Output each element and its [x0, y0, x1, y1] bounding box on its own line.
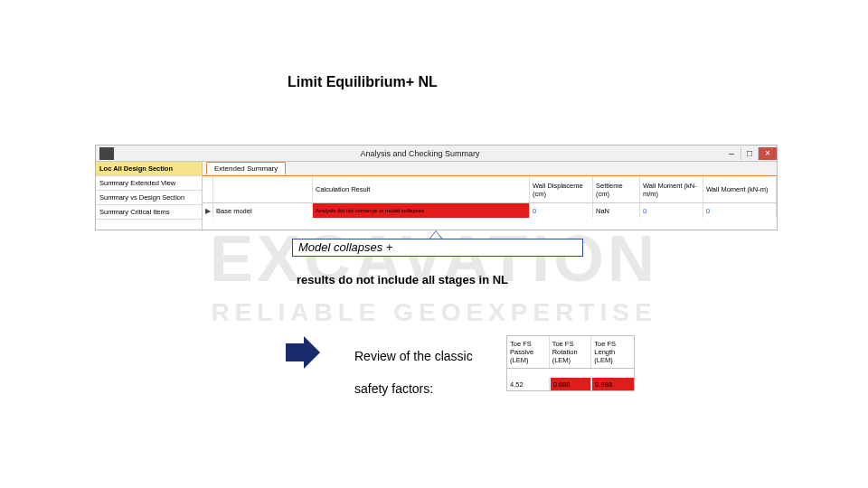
mini-cell-length: 0.988 — [591, 378, 634, 390]
review-line-2: safety factors: — [354, 381, 433, 396]
cell-settle: NaN — [593, 203, 640, 218]
cell-mom2: 0 — [703, 203, 777, 218]
mini-col-length: Toe FS Length (LEM) — [591, 336, 634, 368]
mini-cell-passive: 4.52 — [507, 378, 550, 390]
mini-col-passive: Toe FS Passive (LEM) — [507, 336, 550, 368]
cell-model: Base model — [213, 203, 313, 218]
callout-arrow-icon — [430, 231, 441, 239]
summary-window: Analysis and Checking Summary – □ × Loc … — [95, 145, 778, 230]
slide-title: Limit Equilibrium+ NL — [288, 74, 438, 90]
tab-extended-summary[interactable]: Extended Summary — [206, 162, 286, 174]
right-panel: Extended Summary Calculation Result Wall… — [203, 162, 777, 231]
col-wall-disp: Wall Displaceme (cm) — [530, 176, 593, 202]
row-marker-icon: ▶ — [203, 203, 213, 218]
minimize-button[interactable]: – — [722, 147, 741, 160]
left-panel: Loc All Design Section Summary Extended … — [96, 162, 203, 231]
results-grid: Calculation Result Wall Displaceme (cm) … — [203, 176, 777, 231]
left-panel-item[interactable]: Summary Critical Items — [96, 205, 202, 220]
left-panel-item[interactable]: Loc All Design Section — [96, 162, 202, 176]
close-button[interactable]: × — [759, 147, 777, 160]
callout-main: Model collapses + — [292, 239, 583, 257]
mini-col-rotation: Toe FS Rotation (LEM) — [550, 336, 592, 368]
window-controls: – □ × — [722, 147, 777, 160]
cell-result: Analysis did not converge or model colla… — [313, 203, 530, 218]
cell-disp: 0 — [530, 203, 593, 218]
col-moment-2: Wall Moment (kN-m) — [703, 176, 777, 202]
table-row[interactable]: ▶ Base model Analysis did not converge o… — [203, 203, 777, 218]
window-title: Analysis and Checking Summary — [118, 149, 722, 158]
col-result: Calculation Result — [313, 176, 530, 202]
app-icon — [99, 147, 114, 160]
mini-row: 4.52 0.688 0.988 — [507, 378, 634, 390]
safety-factor-table: Toe FS Passive (LEM) Toe FS Rotation (LE… — [506, 335, 635, 391]
col-marker — [203, 176, 213, 202]
callout-sub: results do not include all stages in NL — [297, 273, 508, 286]
left-panel-item[interactable]: Summary Extended View — [96, 176, 202, 191]
review-line-1: Review of the classic — [354, 349, 473, 363]
left-panel-item[interactable]: Summary vs Design Section — [96, 191, 202, 205]
col-moment-1: Wall Moment (kN-m/m) — [640, 176, 703, 202]
maximize-button[interactable]: □ — [741, 147, 759, 160]
col-settle: Settleme (cm) — [593, 176, 640, 202]
tab-strip: Extended Summary — [203, 162, 777, 176]
window-titlebar: Analysis and Checking Summary – □ × — [96, 145, 777, 162]
watermark-bottom: RELIABLE GEOEXPERTISE — [210, 298, 658, 327]
mini-cell-rotation: 0.688 — [550, 378, 592, 390]
col-model — [213, 176, 313, 202]
cell-mom1: 0 — [640, 203, 703, 218]
